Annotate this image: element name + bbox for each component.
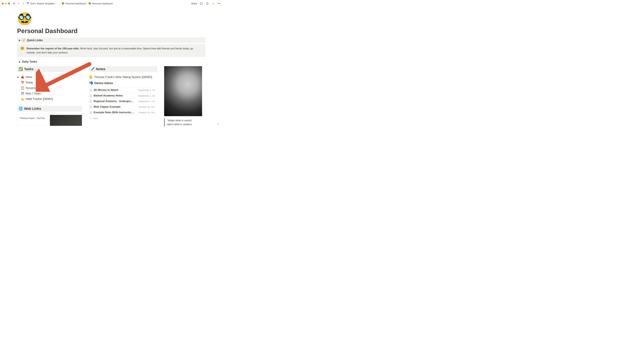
svg-marker-4 — [212, 2, 215, 5]
more-icon[interactable] — [218, 2, 221, 5]
page-icon[interactable]: 🥸 — [17, 13, 205, 25]
calendar-icon: 📅 — [21, 81, 24, 84]
task-habit-tracker[interactable]: 💪 Habit Tracker [DEMO] — [17, 97, 82, 101]
note-row[interactable]: Web Clipper Example October 24, 202… — [89, 104, 157, 110]
page-icon — [89, 100, 92, 103]
note-row[interactable]: Regional Anatomy - Undergrad… September … — [89, 99, 157, 104]
task-tomorrow[interactable]: 🌅 Tomorrow — [17, 86, 82, 90]
daily-tasks-toggle[interactable]: ▶ Daily Tasks — [17, 59, 205, 64]
share-button[interactable]: Share — [191, 2, 197, 5]
traffic-close[interactable] — [2, 3, 4, 4]
notes-pinned-link[interactable]: 📒 Thomas Frank's Note-Taking System [DEM… — [89, 75, 157, 79]
callout-block[interactable]: 🤗 Remember the regrets of the 100-year-o… — [17, 44, 205, 57]
weblink-card[interactable]: Thomas Frank - YouTub… — [17, 115, 82, 126]
notes-header[interactable]: 🖊️ Notes — [89, 66, 157, 72]
svg-point-7 — [220, 3, 220, 4]
weblinks-header-label: Web Links — [24, 107, 41, 111]
nav-forward-icon[interactable] — [22, 2, 25, 5]
favorite-icon[interactable] — [212, 2, 215, 5]
tasks-header-icon: ✅ — [19, 67, 23, 71]
note-row[interactable]: Example Note (With Instruction… October … — [89, 110, 157, 115]
globe-icon: 🌐 — [19, 107, 23, 111]
breadcrumb-ellipsis[interactable]: ... — [57, 2, 59, 5]
sidebar-toggle-icon[interactable] — [13, 2, 15, 5]
breadcrumb: 🐬 Tom's Shared Templates / ... / 🥸 Perso… — [27, 2, 113, 5]
task-next7[interactable]: 🗓️ Next 7 Days — [17, 92, 82, 95]
caret-icon[interactable]: ▶ — [19, 39, 20, 41]
notebook-icon: 📒 — [89, 75, 93, 79]
breadcrumb-parent-icon[interactable]: 🥸 — [62, 2, 64, 5]
sunrise-icon: 🌅 — [21, 86, 24, 90]
notes-header-label: Notes — [96, 67, 105, 71]
note-date: September 2, 20… — [138, 95, 157, 97]
note-title: Web Clipper Example — [94, 105, 121, 109]
nav-back-icon[interactable] — [17, 2, 20, 5]
task-label: Next 7 Days — [26, 92, 41, 95]
breadcrumb-workspace-icon[interactable]: 🐬 — [27, 2, 29, 5]
caret-icon[interactable]: ▶ — [19, 61, 20, 63]
quote-line2: reject what is useless — [167, 123, 192, 126]
plus-icon: ＋ — [89, 117, 92, 120]
muscle-icon: 💪 — [21, 97, 24, 101]
updates-icon[interactable] — [206, 2, 209, 5]
weblink-thumbnail — [50, 115, 82, 126]
page-icon — [89, 111, 92, 114]
notes-column: 🖊️ Notes 📒 Thomas Frank's Note-Taking Sy… — [89, 66, 157, 121]
page-title[interactable]: Personal Dashboard — [17, 27, 205, 35]
note-title: Barbell Academy Notes — [94, 94, 123, 97]
breadcrumb-current[interactable]: Personal Dashboard — [92, 2, 113, 5]
note-date: October 24, 202… — [139, 111, 157, 114]
notes-list: 3D Movies to Watch September 2, 20… Barb… — [89, 87, 157, 121]
page-icon — [89, 94, 92, 97]
callout-text: Remember the regrets of the 100-year-old… — [27, 47, 202, 54]
tasks-list: ▶ 📥 Inbox 📅 Today 🌅 Tomorrow 🗓️ — [17, 75, 82, 101]
demo-inbox-link[interactable]: 📬 Demo Inbox — [89, 81, 157, 85]
quote-line1: "Adapt what is useful, — [167, 119, 192, 122]
task-today[interactable]: 📅 Today — [17, 81, 82, 84]
traffic-maximize[interactable] — [8, 3, 10, 4]
svg-point-5 — [218, 3, 218, 4]
daily-tasks-label: Daily Tasks — [22, 60, 37, 63]
page-icon — [89, 89, 92, 92]
breadcrumb-current-icon[interactable]: 🥸 — [88, 2, 91, 5]
tasks-header-label: Tasks — [24, 67, 34, 71]
tasks-header[interactable]: ✅ Tasks — [17, 66, 82, 72]
page-body: 🥸 Personal Dashboard ▶ 🧭 Quick Links 🤗 R… — [0, 7, 223, 127]
task-inbox[interactable]: ▶ 📥 Inbox — [17, 75, 82, 79]
note-title: Regional Anatomy - Undergrad… — [94, 100, 135, 103]
callout-icon: 🤗 — [20, 47, 24, 54]
weblink-title: Thomas Frank - YouTub… — [17, 115, 50, 126]
task-label: Tomorrow — [26, 86, 38, 90]
image-column: "Adapt what is useful, reject what is us… — [164, 66, 202, 127]
notes-pinned-label: Thomas Frank's Note-Taking System [DEMO] — [94, 75, 152, 79]
svg-point-6 — [219, 3, 219, 4]
caret-icon[interactable]: ▶ — [17, 76, 20, 78]
callout-bold: Remember the regrets of the 100-year-old… — [27, 47, 80, 50]
note-row[interactable]: Barbell Academy Notes September 2, 20… — [89, 93, 157, 99]
quick-links-toggle[interactable]: ▶ 🧭 Quick Links — [17, 38, 205, 43]
text-cursor-icon: I — [218, 123, 218, 126]
inbox-icon: 📥 — [21, 76, 24, 79]
breadcrumb-parent[interactable]: Personal Dashboard — [65, 2, 86, 5]
weblinks-header[interactable]: 🌐 Web Links — [17, 106, 82, 112]
breadcrumb-sep: / — [56, 2, 56, 5]
top-bar: 🐬 Tom's Shared Templates / ... / 🥸 Perso… — [0, 0, 223, 7]
task-label: Today — [26, 81, 33, 84]
note-row[interactable]: 3D Movies to Watch September 2, 20… — [89, 87, 157, 93]
demo-inbox-label: Demo Inbox — [94, 81, 113, 85]
quote-block[interactable]: "Adapt what is useful, reject what is us… — [164, 118, 202, 127]
window-traffic-lights — [2, 3, 10, 4]
quick-links-label: Quick Links — [27, 39, 43, 42]
task-label: Inbox — [26, 75, 32, 79]
image-block[interactable] — [164, 66, 202, 116]
mailbox-icon: 📬 — [89, 81, 93, 85]
traffic-minimize[interactable] — [5, 3, 7, 4]
note-title: Example Note (With Instruction… — [94, 111, 135, 114]
note-new-row[interactable]: ＋ New — [89, 115, 157, 121]
comments-icon[interactable] — [200, 2, 203, 5]
note-date: October 24, 202… — [139, 106, 157, 108]
note-new-label: New — [93, 117, 98, 119]
breadcrumb-sep: / — [60, 2, 61, 5]
breadcrumb-workspace[interactable]: Tom's Shared Templates — [30, 2, 55, 5]
pen-icon: 🖊️ — [91, 67, 95, 71]
